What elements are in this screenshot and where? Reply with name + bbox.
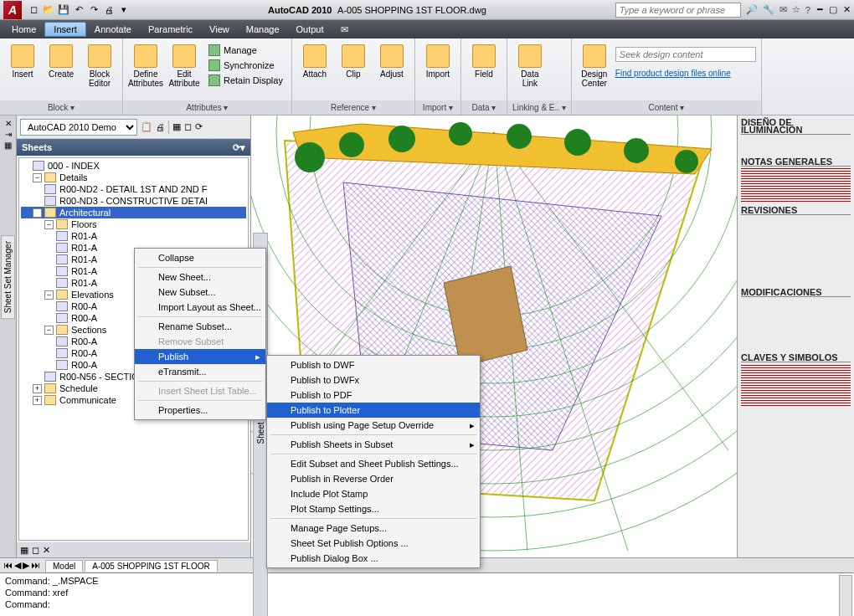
ribbon-tabs: HomeInsertAnnotateParametricViewManageOu… (0, 20, 854, 38)
model-tab[interactable]: Model (45, 560, 83, 572)
quick-access-toolbar: ◻ 📂 💾 ↶ ↷ 🖨 ▾ (27, 3, 131, 17)
tree-sheet[interactable]: R01-A (21, 230, 246, 242)
tab-parametric[interactable]: Parametric (140, 23, 201, 36)
menu-manage-page-setups-[interactable]: Manage Page Setups... (267, 521, 480, 536)
palette-autohide-icon[interactable]: ⇥ (5, 130, 12, 139)
infocenter-search[interactable] (615, 3, 741, 18)
create-btn[interactable]: Create (44, 42, 79, 81)
define-attr-btn[interactable]: DefineAttributes (128, 42, 163, 90)
comm-icon[interactable]: ✉ (779, 4, 787, 15)
field-btn[interactable]: Field (466, 42, 502, 81)
app-logo[interactable]: A (3, 1, 22, 19)
tab-output[interactable]: Output (288, 23, 332, 36)
titleblock-panel: DISEÑO DE ILUMINACIÓN NOTAS GENERALES RE… (737, 116, 854, 557)
menu-publish-to-dwf[interactable]: Publish to DWF (267, 357, 480, 372)
tree-sheet[interactable]: 000 - INDEX (21, 160, 246, 172)
menu-collapse[interactable]: Collapse (135, 250, 265, 265)
sheet-set-manager-tab[interactable]: Sheet Set Manager (1, 235, 15, 319)
tree-sheet[interactable]: R00-ND2 - DETAIL 1ST AND 2ND F (21, 183, 246, 195)
menu-plot-stamp-settings-[interactable]: Plot Stamp Settings... (267, 501, 480, 516)
help-icon[interactable]: ? (805, 5, 810, 15)
ssm-icon4[interactable]: ◻ (184, 121, 192, 132)
close-icon[interactable]: ✕ (843, 4, 851, 15)
ssm-btm-icon1[interactable]: ▦ (20, 545, 28, 556)
import-btn[interactable]: Import (420, 42, 455, 81)
ssm-btm-icon3[interactable]: ✕ (43, 545, 50, 556)
menu-publish-to-plotter[interactable]: Publish to Plotter (267, 403, 480, 418)
qat-redo-icon[interactable]: ↷ (87, 3, 100, 17)
menu-new-subset-[interactable]: New Subset... (135, 285, 265, 300)
tab-view[interactable]: View (201, 23, 238, 36)
menu-edit-subset-and-sheet-publish-settings-[interactable]: Edit Subset and Sheet Publish Settings..… (267, 456, 480, 471)
tab-last-icon[interactable]: ⏭ (31, 560, 40, 571)
content-search[interactable] (615, 47, 756, 62)
qat-save-icon[interactable]: 💾 (57, 3, 70, 17)
menu-sheet-set-publish-options-[interactable]: Sheet Set Publish Options ... (267, 536, 480, 551)
menu-include-plot-stamp[interactable]: Include Plot Stamp (267, 486, 480, 501)
svg-point-18 (339, 132, 364, 157)
datalink-btn[interactable]: DataLink (512, 42, 548, 90)
ssm-icon2[interactable]: 🖨 (156, 122, 165, 132)
favorite-icon[interactable]: ☆ (792, 4, 800, 15)
key-icon[interactable]: 🔧 (763, 4, 774, 15)
qat-undo-icon[interactable]: ↶ (72, 3, 85, 17)
menu-publish-sheets-in-subset[interactable]: Publish Sheets in Subset▸ (267, 437, 480, 452)
ssm-btm-icon2[interactable]: ◻ (32, 545, 39, 556)
tree-sheet[interactable]: R00-ND3 - CONSTRUCTIVE DETAI (21, 195, 246, 207)
layout-tab[interactable]: A-005 SHOPPING 1ST FLOOR (85, 560, 217, 572)
tree-folder[interactable]: −Floors (21, 218, 246, 230)
menu-publish-to-pdf[interactable]: Publish to PDF (267, 388, 480, 403)
attach-btn[interactable]: Attach (297, 42, 332, 81)
tab-first-icon[interactable]: ⏮ (3, 560, 13, 571)
adjust-btn[interactable]: Adjust (374, 42, 409, 81)
menu-publish-to-dwfx[interactable]: Publish to DWFx (267, 372, 480, 388)
menu-publish-in-reverse-order[interactable]: Publish in Reverse Order (267, 471, 480, 486)
menu-etransmit-[interactable]: eTransmit... (135, 364, 265, 379)
svg-point-20 (449, 122, 472, 146)
qat-new-icon[interactable]: ◻ (27, 3, 40, 17)
binoculars-icon[interactable]: 🔎 (746, 4, 758, 15)
sync-btn[interactable]: Synchronize (207, 59, 285, 72)
insert-btn[interactable]: Insert (5, 42, 40, 81)
menu-publish-dialog-box-[interactable]: Publish Dialog Box ... (267, 551, 480, 566)
menu-publish-using-page-setup-override[interactable]: Publish using Page Setup Override▸ (267, 418, 480, 433)
svg-point-23 (624, 138, 649, 163)
infocenter-icons: 🔎 🔧 ✉ ☆ ? (746, 4, 810, 15)
block-editor-btn[interactable]: BlockEditor (82, 42, 117, 90)
tree-folder[interactable]: −Details (21, 172, 246, 183)
menu-new-sheet-[interactable]: New Sheet... (135, 270, 265, 285)
tab-next-icon[interactable]: ▶ (23, 560, 29, 571)
tab-prev-icon[interactable]: ◀ (14, 560, 21, 571)
ssm-icon1[interactable]: 📋 (141, 121, 152, 132)
clip-btn[interactable]: Clip (336, 42, 371, 81)
ssm-icon5[interactable]: ⟳ (195, 121, 203, 132)
tab-annotate[interactable]: Annotate (86, 23, 140, 36)
ssm-icon3[interactable]: ▦ (172, 121, 181, 132)
svg-point-17 (295, 142, 325, 172)
tree-folder[interactable]: −Architectural (21, 207, 246, 218)
menu-publish[interactable]: Publish▸ (135, 349, 265, 364)
tab-home[interactable]: Home (3, 23, 44, 36)
retain-btn[interactable]: Retain Display (207, 74, 285, 87)
command-line[interactable]: Command: _.MSPACE Command: xref Command: (0, 572, 854, 616)
qat-print-icon[interactable]: 🖨 (102, 3, 116, 17)
design-center-btn[interactable]: Design Center (577, 42, 612, 90)
manage-btn[interactable]: Manage (207, 44, 285, 57)
maximize-icon[interactable]: ▢ (829, 4, 837, 15)
content-link[interactable]: Find product design files online (615, 69, 756, 78)
qat-more-icon[interactable]: ▾ (117, 3, 131, 17)
menu-rename-subset-[interactable]: Rename Subset... (135, 319, 265, 334)
tab-insert[interactable]: Insert (44, 22, 86, 37)
palette-close-icon[interactable]: ✕ (5, 119, 12, 128)
minimize-icon[interactable]: ━ (817, 4, 823, 15)
sheets-refresh-icon[interactable]: ⟳▾ (233, 142, 245, 153)
tab-manage[interactable]: Manage (238, 23, 288, 36)
cmdline-scrollbar[interactable] (839, 575, 852, 616)
menu-import-layout-as-sheet-[interactable]: Import Layout as Sheet... (135, 300, 265, 315)
menu-properties-[interactable]: Properties... (135, 403, 265, 418)
edit-attr-btn[interactable]: EditAttribute (167, 42, 202, 90)
palette-menu-icon[interactable]: ▦ (4, 141, 12, 150)
mail-icon[interactable]: ✉ (332, 23, 357, 37)
qat-open-icon[interactable]: 📂 (42, 3, 55, 17)
sheet-set-dropdown[interactable]: AutoCAD 2010 Demo (20, 119, 137, 136)
